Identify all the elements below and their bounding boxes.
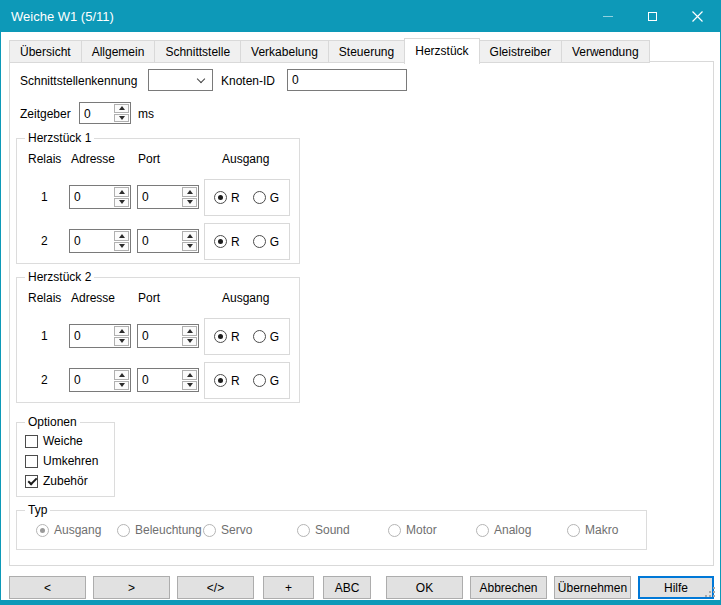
ausgang-radio-group: R G	[204, 318, 290, 355]
nav-prev-button[interactable]: <	[9, 576, 86, 599]
ausgang-header: Ausgang	[222, 291, 269, 305]
knoten-id-label: Knoten-ID	[221, 74, 275, 88]
adresse-spinner[interactable]: 0	[69, 368, 131, 392]
radio-selected-icon	[214, 330, 227, 343]
knoten-id-input[interactable]: 0	[287, 69, 407, 91]
checkbox-weiche[interactable]: Weiche	[25, 433, 83, 449]
tab-uebersicht[interactable]: Übersicht	[9, 40, 82, 63]
radio-servo: Servo	[203, 523, 297, 537]
ok-button[interactable]: OK	[386, 576, 463, 599]
tab-allgemein[interactable]: Allgemein	[81, 40, 156, 63]
spinner-value: 0	[138, 369, 181, 391]
spin-up-button[interactable]	[114, 326, 129, 336]
tab-herzstueck[interactable]: Herzstück	[404, 38, 479, 64]
radio-label: Makro	[585, 523, 618, 537]
port-spinner[interactable]: 0	[137, 368, 199, 392]
spin-down-button[interactable]	[182, 337, 197, 347]
zeitgeber-spinner[interactable]: 0	[79, 102, 131, 124]
tab-verkabelung[interactable]: Verkabelung	[240, 40, 329, 63]
spin-up-button[interactable]	[182, 326, 197, 336]
adresse-spinner[interactable]: 0	[69, 324, 131, 348]
spin-up-button[interactable]	[114, 370, 129, 380]
add-button[interactable]: +	[263, 576, 314, 599]
spin-down-button[interactable]	[114, 242, 129, 252]
arrow-down-icon	[119, 116, 125, 120]
adresse-spinner[interactable]: 0	[69, 229, 131, 253]
minimize-button[interactable]	[585, 1, 630, 32]
tab-steuerung[interactable]: Steuerung	[328, 40, 405, 63]
radio-r[interactable]: R	[214, 330, 240, 344]
radio-ausgang: Ausgang	[36, 523, 117, 537]
code-button[interactable]: </>	[177, 576, 254, 599]
port-spinner[interactable]: 0	[137, 324, 199, 348]
spin-down-button[interactable]	[114, 337, 129, 347]
radio-unselected-icon	[253, 374, 266, 387]
group-title: Herzstück 2	[25, 270, 94, 284]
radio-label: Ausgang	[54, 523, 101, 537]
port-header: Port	[138, 291, 160, 305]
arrow-down-icon	[119, 339, 125, 343]
titlebar: Weiche W1 (5/11)	[1, 1, 720, 32]
adresse-spinner[interactable]: 0	[69, 185, 131, 209]
relais-header: Relais	[28, 152, 61, 166]
schnittstellenkennung-combobox[interactable]	[148, 69, 213, 91]
nav-next-button[interactable]: >	[93, 576, 170, 599]
port-spinner[interactable]: 0	[137, 185, 199, 209]
abc-button[interactable]: ABC	[323, 576, 371, 599]
help-button[interactable]: Hilfe	[638, 576, 714, 599]
spin-up-button[interactable]	[182, 187, 197, 197]
spin-up-button[interactable]	[182, 370, 197, 380]
spin-down-button[interactable]	[114, 198, 129, 208]
radio-selected-icon	[214, 374, 227, 387]
spin-up-button[interactable]	[114, 231, 129, 241]
spinner-buttons	[113, 369, 130, 391]
radio-r[interactable]: R	[214, 374, 240, 388]
spin-down-button[interactable]	[182, 242, 197, 252]
radio-label: Servo	[221, 523, 252, 537]
herzstueck-2-group: Herzstück 2 Relais Adresse Port Ausgang …	[16, 277, 300, 403]
radio-unselected-icon	[567, 524, 580, 537]
radio-label: R	[231, 330, 240, 344]
tab-verwendung[interactable]: Verwendung	[561, 40, 650, 63]
window-bottom-border	[1, 600, 720, 604]
tab-page-herzstueck: Schnittstellenkennung Knoten-ID 0 Zeitge…	[9, 61, 714, 566]
arrow-down-icon	[119, 200, 125, 204]
relais-header: Relais	[28, 291, 61, 305]
spin-up-button[interactable]	[182, 231, 197, 241]
radio-r[interactable]: R	[214, 235, 240, 249]
radio-g[interactable]: G	[253, 374, 279, 388]
relais-number: 2	[41, 234, 48, 248]
port-spinner[interactable]: 0	[137, 229, 199, 253]
spin-down-button[interactable]	[182, 198, 197, 208]
port-header: Port	[138, 152, 160, 166]
checkbox-label: Umkehren	[43, 454, 98, 468]
spinner-buttons	[181, 186, 198, 208]
spinner-value: 0	[70, 186, 113, 208]
checkbox-zubehoer[interactable]: Zubehör	[25, 473, 88, 489]
spin-down-button[interactable]	[114, 381, 129, 391]
radio-g[interactable]: G	[253, 191, 279, 205]
spinner-buttons	[181, 230, 198, 252]
maximize-button[interactable]	[630, 1, 675, 32]
spin-up-button[interactable]	[114, 104, 129, 113]
resize-grip[interactable]	[705, 587, 715, 597]
arrow-up-icon	[119, 106, 125, 110]
spin-down-button[interactable]	[114, 114, 129, 123]
checkbox-umkehren[interactable]: Umkehren	[25, 453, 98, 469]
spinner-buttons	[181, 325, 198, 347]
radio-label: G	[270, 235, 279, 249]
radio-label: R	[231, 235, 240, 249]
spin-down-button[interactable]	[182, 381, 197, 391]
chevron-down-icon	[197, 75, 205, 83]
radio-g[interactable]: G	[253, 235, 279, 249]
close-button[interactable]	[675, 1, 720, 32]
tab-gleistreiber[interactable]: Gleistreiber	[479, 40, 562, 63]
radio-g[interactable]: G	[253, 330, 279, 344]
tab-schnittstelle[interactable]: Schnittstelle	[154, 40, 241, 63]
minimize-icon	[603, 16, 613, 17]
cancel-button[interactable]: Abbrechen	[470, 576, 547, 599]
radio-unselected-icon	[253, 330, 266, 343]
apply-button[interactable]: Übernehmen	[554, 576, 631, 599]
spin-up-button[interactable]	[114, 187, 129, 197]
radio-r[interactable]: R	[214, 191, 240, 205]
